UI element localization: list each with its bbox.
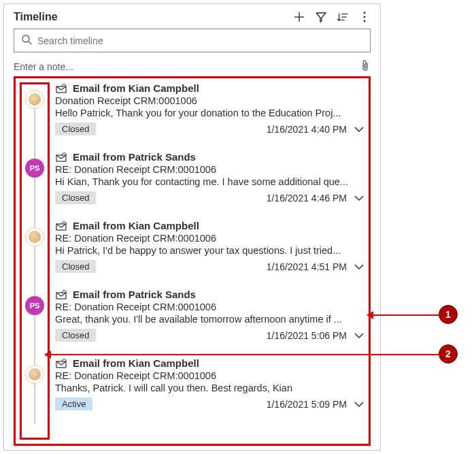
entry-timestamp: 1/16/2021 4:46 PM	[267, 193, 347, 204]
chevron-down-icon[interactable]	[354, 263, 364, 271]
filter-icon[interactable]	[315, 11, 327, 23]
timeline-entry[interactable]: Email from Kian CampbellRE: Donation Rec…	[55, 220, 364, 289]
email-icon	[55, 358, 67, 369]
header-row: Timeline	[14, 11, 371, 23]
annotation-arrow-2	[45, 354, 439, 355]
entry-body: Great, thank you. I'll be available tomo…	[55, 314, 364, 325]
svg-point-9	[22, 35, 29, 42]
email-icon	[55, 289, 67, 300]
entry-footer: Closed1/16/2021 4:40 PM	[55, 123, 364, 135]
entry-subject: RE: Donation Receipt CRM:0001006	[55, 233, 364, 244]
note-row: Enter a note...	[14, 59, 371, 74]
search-field[interactable]	[14, 29, 371, 52]
entry-footer: Active1/16/2021 5:09 PM	[55, 398, 364, 410]
more-icon[interactable]	[358, 11, 371, 23]
avatar: PS	[25, 159, 44, 178]
entry-body: Thanks, Patrick. I will call you then. B…	[55, 383, 364, 393]
entry-timestamp: 1/16/2021 4:40 PM	[267, 124, 347, 135]
entry-subject: RE: Donation Receipt CRM:0001006	[55, 164, 364, 175]
svg-line-10	[29, 42, 31, 44]
search-input[interactable]	[37, 35, 363, 46]
status-badge: Closed	[55, 191, 96, 204]
entry-footer: Closed1/16/2021 4:46 PM	[55, 191, 364, 204]
chevron-down-icon[interactable]	[354, 331, 364, 340]
entry-header: Email from Patrick Sands	[55, 289, 364, 300]
entry-subject: Donation Receipt CRM:0001006	[55, 95, 364, 106]
entries-list: Email from Kian CampbellDonation Receipt…	[55, 82, 364, 440]
avatar: PS	[25, 296, 44, 315]
timeline-entry[interactable]: Email from Kian CampbellRE: Donation Rec…	[55, 357, 364, 426]
entry-title: Email from Kian Campbell	[73, 220, 199, 231]
annotation-callout-2: 2	[439, 344, 458, 363]
annotation-callout-1: 1	[439, 305, 458, 324]
add-icon[interactable]	[293, 11, 305, 23]
attachment-icon[interactable]	[360, 59, 371, 74]
timeline-entry[interactable]: Email from Patrick SandsRE: Donation Rec…	[55, 289, 364, 357]
timeline-entry[interactable]: Email from Kian CampbellDonation Receipt…	[55, 82, 364, 151]
note-input[interactable]: Enter a note...	[14, 61, 73, 72]
entry-title: Email from Patrick Sands	[73, 289, 196, 300]
search-icon	[21, 34, 32, 47]
timeline-panel: Timeline Enter a note...	[3, 3, 381, 451]
entry-body: Hi Patrick, I'd be happy to answer your …	[55, 245, 364, 256]
email-icon	[55, 152, 67, 163]
status-badge: Closed	[55, 329, 96, 342]
sort-icon[interactable]	[337, 11, 349, 23]
avatar	[25, 90, 44, 109]
annotation-arrow-1	[367, 314, 439, 316]
annotation-main-box: PSPS Email from Kian CampbellDonation Re…	[14, 76, 371, 446]
email-icon	[55, 83, 67, 94]
entry-footer: Closed1/16/2021 5:06 PM	[55, 329, 364, 342]
avatar	[25, 365, 44, 384]
timeline-entry[interactable]: Email from Patrick SandsRE: Donation Rec…	[55, 151, 364, 220]
entry-timestamp: 1/16/2021 5:06 PM	[267, 330, 347, 341]
svg-point-8	[364, 20, 366, 22]
chevron-down-icon[interactable]	[354, 194, 364, 202]
svg-point-6	[364, 12, 366, 14]
status-badge: Closed	[55, 260, 96, 273]
entry-title: Email from Kian Campbell	[73, 357, 199, 369]
email-icon	[55, 221, 67, 231]
svg-point-7	[364, 16, 366, 18]
avatar	[25, 227, 44, 246]
status-badge: Closed	[55, 123, 96, 135]
annotation-avatar-box: PSPS	[20, 82, 50, 440]
chevron-down-icon[interactable]	[354, 125, 364, 133]
entry-subject: RE: Donation Receipt CRM:0001006	[55, 370, 364, 381]
entry-subject: RE: Donation Receipt CRM:0001006	[55, 302, 364, 312]
page-title: Timeline	[14, 11, 58, 23]
entry-header: Email from Patrick Sands	[55, 151, 364, 163]
entry-timestamp: 1/16/2021 4:51 PM	[267, 261, 347, 272]
entry-title: Email from Kian Campbell	[73, 82, 199, 94]
entry-body: Hi Kian, Thank you for contacting me. I …	[55, 176, 364, 187]
entry-body: Hello Patrick, Thank you for your donati…	[55, 108, 364, 118]
entry-header: Email from Kian Campbell	[55, 82, 364, 94]
entry-header: Email from Kian Campbell	[55, 357, 364, 369]
entry-header: Email from Kian Campbell	[55, 220, 364, 231]
chevron-down-icon[interactable]	[354, 400, 364, 408]
entry-title: Email from Patrick Sands	[73, 151, 196, 163]
entry-footer: Closed1/16/2021 4:51 PM	[55, 260, 364, 273]
header-actions	[293, 11, 371, 23]
status-badge: Active	[55, 398, 92, 410]
entry-timestamp: 1/16/2021 5:09 PM	[267, 399, 347, 410]
